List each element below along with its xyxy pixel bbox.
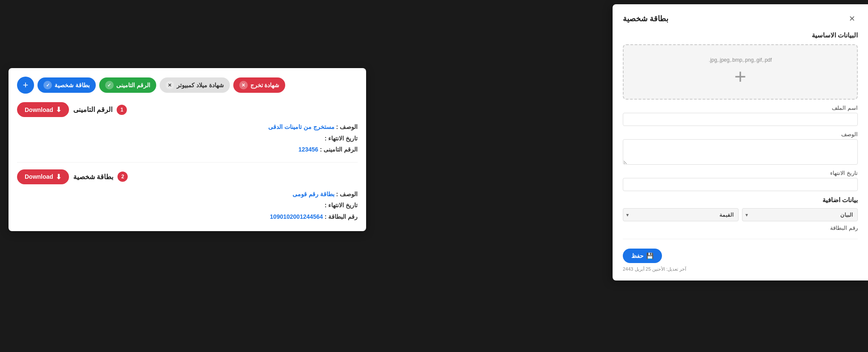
description-textarea[interactable] [623, 139, 858, 165]
filename-label: اسم الملف [623, 105, 858, 111]
bayan-col-header: البيان [742, 208, 858, 221]
description-row: الوصف [623, 131, 858, 165]
additional-section-title: بيانات اضافية [623, 196, 858, 204]
description-label: الوصف [623, 131, 858, 137]
insurance-number-row: الرقم التامينى : 123456 [17, 144, 358, 155]
right-panel-header: ✕ بطاقة شخصية [623, 13, 858, 25]
tab-personal[interactable]: بطاقة شخصية ✓ [37, 77, 96, 93]
add-tab-button[interactable]: + [17, 77, 34, 94]
filename-row: اسم الملف [623, 105, 858, 126]
close-panel-button[interactable]: ✕ [846, 13, 858, 25]
personal-description-value: بطاقة رقم قومى [292, 191, 335, 197]
filename-input[interactable] [623, 113, 858, 126]
file-upload-area[interactable]: jpg,.jpeg,.bmp,.png,.gif,.pdf. + [623, 44, 858, 100]
tab-personal-check-icon: ✓ [43, 81, 52, 89]
card-personal-title: بطاقة شخصية [73, 173, 113, 181]
card-number-label: رقم البطاقة [623, 225, 858, 231]
tab-birth-label: شهادة ميلاد كمبيوتر [177, 82, 224, 89]
card-personal: 2 بطاقة شخصية ⬇ Download الوصف : بطاقة ر… [17, 169, 358, 223]
bayan-select[interactable]: البيان [742, 208, 858, 221]
tab-insurance-label: الرقم التامينى [116, 82, 150, 89]
insurance-description-value: مستخرج من تامينات الدقى [268, 123, 335, 130]
value-col-header: القيمة [623, 208, 739, 221]
insurance-number-label: الرقم التامينى : [320, 146, 358, 153]
card-insurance-header: 1 الرقم التامينى ⬇ Download [17, 102, 358, 117]
value-select[interactable]: القيمة [623, 208, 739, 221]
insurance-description-label: الوصف : [336, 123, 358, 130]
additional-columns-header: البيان القيمة [623, 208, 858, 221]
download-insurance-button[interactable]: ⬇ Download [17, 102, 69, 117]
left-panel: + بطاقة شخصية ✓ الرقم التامينى ✓ شهادة م… [9, 68, 366, 231]
tab-grad[interactable]: شهادة تخرج ✕ [233, 77, 286, 93]
insurance-description-row: الوصف : مستخرج من تامينات الدقى [17, 121, 358, 133]
bayan-select-wrapper: البيان [742, 208, 858, 221]
personal-expiry-label: تاريخ الانتهاء : [325, 202, 358, 209]
card-personal-details: الوصف : بطاقة رقم قومى تاريخ الانتهاء : … [17, 189, 358, 223]
download-personal-label: Download [25, 173, 53, 180]
tab-birth-close-icon[interactable]: ✕ [166, 81, 174, 89]
personal-expiry-row: تاريخ الانتهاء : [17, 200, 358, 211]
save-button[interactable]: 💾 حفظ [623, 249, 662, 263]
tab-bar: + بطاقة شخصية ✓ الرقم التامينى ✓ شهادة م… [17, 77, 358, 94]
download-icon: ⬇ [56, 106, 61, 114]
right-panel-title: بطاقة شخصية [623, 14, 668, 23]
expiry-label: تاريخ الانتهاء [623, 170, 858, 176]
panel-divider [623, 239, 858, 239]
tab-personal-label: بطاقة شخصية [54, 82, 90, 89]
basic-data-section-title: البيانات الاساسية [623, 31, 858, 39]
card-number-row: رقم البطاقة [623, 225, 858, 234]
value-select-wrapper: القيمة [623, 208, 739, 221]
personal-card-number-label: رقم البطاقة : [325, 213, 358, 220]
tab-insurance[interactable]: الرقم التامينى ✓ [99, 77, 156, 93]
right-panel: ✕ بطاقة شخصية البيانات الاساسية jpg,.jpe… [613, 4, 868, 280]
save-label: حفظ [631, 252, 644, 259]
download-personal-button[interactable]: ⬇ Download [17, 169, 69, 184]
personal-description-label: الوصف : [336, 191, 358, 197]
upload-plus-icon: + [734, 66, 746, 87]
insurance-number-value: 123456 [298, 146, 318, 153]
card-insurance-badge: 1 [117, 105, 127, 115]
tab-grad-label: شهادة تخرج [250, 82, 280, 89]
card-personal-header: 2 بطاقة شخصية ⬇ Download [17, 169, 358, 184]
expiry-row: تاريخ الانتهاء [623, 170, 858, 191]
personal-description-row: الوصف : بطاقة رقم قومى [17, 189, 358, 200]
tab-birth[interactable]: شهادة ميلاد كمبيوتر ✕ [160, 77, 230, 93]
insurance-expiry-label: تاريخ الانتهاء : [325, 135, 358, 142]
card-insurance-title: الرقم التامينى [73, 106, 112, 114]
upload-hint-text: jpg,.jpeg,.bmp,.png,.gif,.pdf. [709, 57, 772, 63]
personal-card-number-row: رقم البطاقة : 1090102001244564 [17, 211, 358, 223]
tab-grad-close-icon[interactable]: ✕ [239, 81, 248, 89]
save-floppy-icon: 💾 [646, 252, 653, 259]
personal-card-number-value: 1090102001244564 [270, 213, 323, 220]
download-personal-icon: ⬇ [56, 173, 61, 181]
insurance-expiry-row: تاريخ الانتهاء : [17, 133, 358, 144]
card-insurance: 1 الرقم التامينى ⬇ Download الوصف : مستخ… [17, 102, 358, 163]
download-insurance-label: Download [25, 106, 53, 113]
card-personal-badge: 2 [117, 172, 128, 182]
expiry-input[interactable] [623, 178, 858, 191]
tab-insurance-check-icon: ✓ [105, 81, 114, 89]
card-insurance-details: الوصف : مستخرج من تامينات الدقى تاريخ ال… [17, 121, 358, 155]
footer-text: آخر تعديل: الأحنين 25 أبريل 2443 [623, 266, 858, 272]
